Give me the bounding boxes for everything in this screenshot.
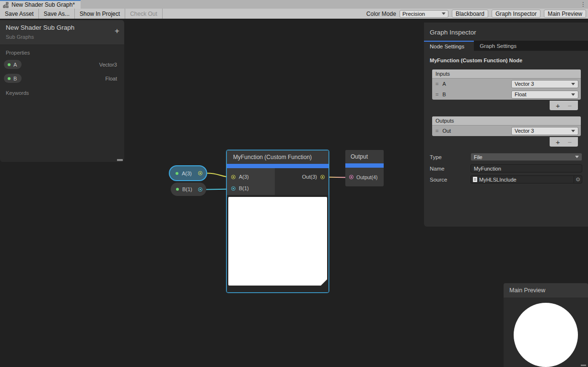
exposed-dot-icon [176,188,179,191]
port-icon-output[interactable] [349,175,353,179]
blackboard-property-row[interactable]: A Vector3 [0,57,124,71]
input-slot-b: B(1) [227,183,275,194]
property-pill-a[interactable]: A [4,60,22,69]
graph-canvas[interactable]: A(3) B(1) MyFunction (Custom Function) A… [0,20,588,367]
output-type-dropdown[interactable]: Vector 3 [511,127,578,135]
preview-collapse-handle[interactable] [321,279,327,286]
node-preview-image [228,197,327,286]
drag-handle-icon[interactable]: = [435,128,438,134]
preview-sphere [514,303,578,367]
blackboard-resize-handle[interactable] [117,159,123,161]
property-name: A [13,62,17,68]
property-node-label: B(1) [182,186,192,192]
blackboard-property-row[interactable]: B Float [0,71,124,85]
tab-shader-sub-graph[interactable]: New Shader Sub Graph* [0,0,81,9]
window-menu-icon[interactable]: ⋮ [580,0,586,8]
save-asset-button[interactable]: Save Asset [0,9,39,19]
exposed-dot-icon [176,172,178,175]
drag-handle-icon[interactable]: = [435,92,438,97]
inputs-row-a[interactable]: = A Vector 3 [432,79,581,89]
name-input[interactable]: MyFunction [470,164,582,172]
input-name: A [442,81,446,87]
outputs-list-footer: + − [550,137,578,147]
node-output[interactable]: Output Output(4) [345,150,384,186]
object-picker-icon[interactable]: ⊙ [574,176,582,183]
node-myfunction[interactable]: MyFunction (Custom Function) A(3) B(1) O… [226,150,329,293]
tab-node-settings[interactable]: Node Settings [424,41,474,51]
keywords-section-label[interactable]: Keywords [0,85,124,98]
property-node-b[interactable]: B(1) [171,183,206,196]
node-title[interactable]: MyFunction (Custom Function) [227,150,329,164]
add-input-button[interactable]: + [556,102,560,110]
check-out-button: Check Out [125,9,163,19]
input-type-dropdown[interactable]: Vector 3 [511,80,578,88]
property-pill-b[interactable]: B [4,74,22,83]
node-port-area: A(3) B(1) Out(3) [227,168,329,195]
port-icon-input-a[interactable] [231,175,235,179]
property-type: Vector3 [99,62,117,68]
add-property-button[interactable]: + [115,27,119,35]
graph-inspector-panel[interactable]: Graph Inspector Node Settings Graph Sett… [424,23,588,227]
property-node-a[interactable]: A(3) [169,165,207,181]
port-icon-b-out[interactable] [198,187,202,192]
add-output-button[interactable]: + [556,138,560,146]
source-object-field[interactable]: MyHLSLInclude ⊙ [470,175,582,184]
chevron-down-icon [571,83,575,85]
inputs-list: Inputs = A Vector 3 = B Float [432,69,581,100]
port-label: A(3) [239,174,249,180]
property-type: Float [106,76,117,81]
color-mode-label: Color Mode [366,11,396,17]
source-field-row: Source MyHLSLInclude ⊙ [430,175,582,184]
chevron-down-icon [575,156,579,158]
inputs-row-b[interactable]: = B Float [432,89,581,100]
remove-input-button[interactable]: − [568,102,572,110]
port-icon-a-out[interactable] [198,171,202,175]
input-type-value: Vector 3 [515,81,534,87]
input-type-dropdown[interactable]: Float [511,91,578,99]
port-icon-out[interactable] [320,175,325,179]
input-type-value: Float [515,92,526,97]
node-preview-area [227,195,329,292]
property-node-label: A(3) [182,171,192,176]
name-label: Name [430,166,470,172]
color-mode-dropdown[interactable]: Precision [400,10,448,18]
remove-output-button[interactable]: − [568,138,572,146]
selected-node-heading: MyFunction (Custom Function) Node [424,51,588,63]
port-icon-input-b[interactable] [231,186,235,191]
chevron-down-icon [571,93,575,96]
blackboard-panel[interactable]: New Shader Sub Graph Sub Graphs + Proper… [0,20,124,162]
inputs-list-footer: + − [550,101,578,110]
show-in-project-button[interactable]: Show In Project [75,9,125,19]
node-input-slots: A(3) B(1) [227,168,275,195]
graph-inspector-toggle-button[interactable]: Graph Inspector [492,10,541,18]
tab-title: New Shader Sub Graph* [12,1,75,8]
main-preview-panel[interactable]: Main Preview [504,283,588,367]
node-output-slots: Out(3) [275,168,329,195]
input-name: B [442,92,446,97]
sub-graph-icon [3,2,9,8]
toolbar-left-group: Save Asset Save As... Show In Project Ch… [0,9,163,19]
blackboard-toggle-button[interactable]: Blackboard [452,10,488,18]
main-preview-toggle-button[interactable]: Main Preview [544,10,586,18]
save-as-button[interactable]: Save As... [39,9,75,19]
exposed-dot-icon [8,63,11,66]
outputs-row-out[interactable]: = Out Vector 3 [432,126,581,136]
precision-color-bar [227,164,329,168]
input-slot-a: A(3) [227,171,275,183]
node-title[interactable]: Output [345,150,384,163]
port-label: Output(4) [356,174,377,180]
exposed-dot-icon [8,77,11,80]
tab-graph-settings[interactable]: Graph Settings [474,41,522,51]
inspector-title: Graph Inspector [424,23,588,36]
graph-toolbar: Save Asset Save As... Show In Project Ch… [0,9,588,19]
outputs-list: Outputs = Out Vector 3 [432,116,581,136]
main-preview-title[interactable]: Main Preview [504,283,588,298]
drag-handle-icon[interactable]: = [435,81,438,87]
blackboard-title[interactable]: New Shader Sub Graph [6,24,118,31]
source-label: Source [430,177,470,183]
outputs-list-header: Outputs [432,116,581,126]
inspector-tab-bar: Node Settings Graph Settings [424,41,588,51]
type-dropdown[interactable]: File [470,153,582,161]
main-preview-resize-handle[interactable] [581,365,586,366]
properties-section-label[interactable]: Properties [0,45,124,57]
